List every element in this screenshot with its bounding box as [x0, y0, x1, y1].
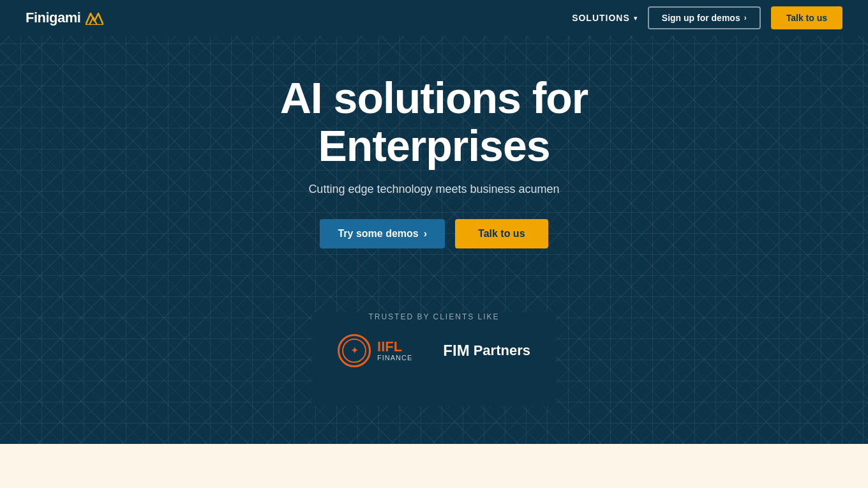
iifl-logo: ✦ IIFL FINANCE: [338, 334, 412, 367]
hero-buttons: Try some demos › Talk to us: [172, 219, 696, 248]
hero-subtitle: Cutting edge technology meets business a…: [172, 183, 696, 196]
hero-section: AI solutions for Enterprises Cutting edg…: [0, 0, 868, 444]
fim-logo: FIM Partners: [443, 342, 530, 360]
nav-actions: SOLUTIONS ▾ Sign up for demos › Talk to …: [572, 6, 842, 29]
logo-icon: [86, 11, 103, 25]
brand-name: Finigami: [26, 10, 80, 26]
iifl-sub: FINANCE: [377, 354, 412, 362]
arrow-right-icon: ›: [744, 13, 747, 22]
iifl-circle-icon: ✦: [338, 334, 371, 367]
chevron-down-icon: ▾: [634, 15, 638, 22]
navigation: Finigami SOLUTIONS ▾ Sign up for demos ›…: [0, 0, 868, 36]
try-demos-button[interactable]: Try some demos ›: [320, 219, 445, 248]
fim-name: FIM: [443, 342, 469, 360]
solutions-menu[interactable]: SOLUTIONS ▾: [572, 13, 638, 23]
trusted-section: TRUSTED BY CLIENTS LIKE ✦ IIFL FINANCE F…: [312, 312, 556, 406]
talk-button-hero[interactable]: Talk to us: [455, 219, 548, 248]
hero-content: AI solutions for Enterprises Cutting edg…: [147, 36, 721, 312]
signup-button[interactable]: Sign up for demos ›: [648, 6, 761, 29]
arrow-right-icon: ›: [424, 228, 427, 240]
iifl-star-icon: ✦: [350, 344, 359, 356]
talk-button-nav[interactable]: Talk to us: [771, 6, 842, 29]
partners-section: Your partners in AI We are a dedicated t…: [0, 444, 868, 488]
trusted-label: TRUSTED BY CLIENTS LIKE: [338, 312, 530, 321]
trusted-logos: ✦ IIFL FINANCE FIM Partners: [338, 334, 530, 367]
iifl-name: IIFL: [377, 340, 412, 354]
solutions-label: SOLUTIONS: [572, 13, 630, 23]
fim-partners: Partners: [474, 342, 530, 359]
hero-title: AI solutions for Enterprises: [172, 74, 696, 170]
logo[interactable]: Finigami: [26, 10, 103, 26]
